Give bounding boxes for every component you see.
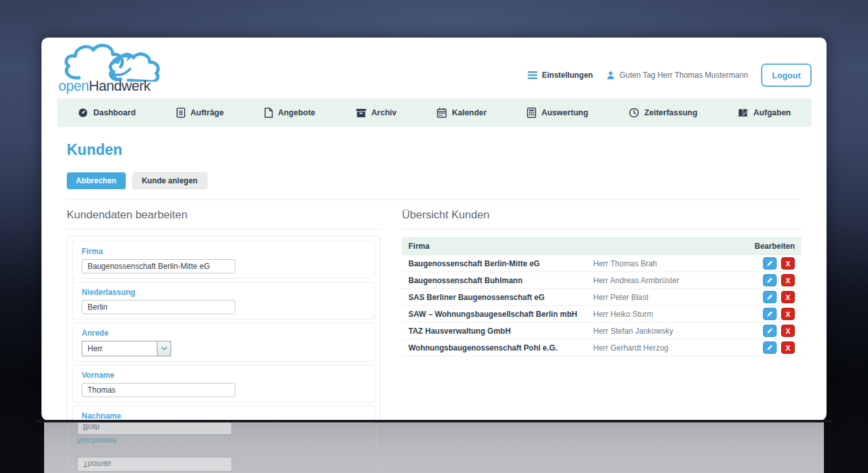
nav-item-kalender[interactable]: Kalender — [437, 108, 487, 118]
divider — [67, 200, 801, 200]
nachname-label: Nachname — [82, 411, 366, 421]
nav-label: Archiv — [371, 108, 397, 117]
reflection-vorname-input: Thomas — [77, 457, 232, 472]
settings-link[interactable]: Einstellungen — [528, 71, 593, 80]
edit-customer-button[interactable] — [763, 325, 777, 337]
hamburger-icon — [528, 71, 537, 79]
company-name: Wohnungsbaugenossenschaft Pohl e.G. — [408, 343, 593, 352]
edit-customer-button[interactable] — [763, 341, 777, 354]
reflection-content: Vorname Thomas Nachname Brah — [67, 422, 381, 473]
vorname-input[interactable] — [82, 383, 235, 397]
anrede-select[interactable]: Herr — [82, 341, 171, 356]
report-icon — [527, 108, 536, 118]
customer-table: Firma Bearbeiten Baugenossenschaft Berli… — [402, 237, 801, 356]
offers-icon — [264, 108, 273, 118]
field-firma: Firma — [72, 241, 375, 279]
firma-label: Firma — [82, 247, 366, 256]
pencil-icon — [766, 344, 773, 351]
nav-item-aufgaben[interactable]: Aufgaben — [738, 108, 791, 118]
action-buttons: Abbrechen Kunde anlegen — [67, 172, 801, 189]
company-name: SAW – Wohnungsbaugesellschaft Berlin mbH — [408, 310, 593, 319]
logo-text-open: open — [58, 78, 89, 94]
table-row: Wohnungsbaugenossenschaft Pohl e.G. Herr… — [402, 340, 801, 356]
table-row: TAZ Hausverwaltung GmbH Herr Stefan Jank… — [402, 323, 801, 340]
clock-icon — [629, 108, 639, 118]
delete-customer-button[interactable]: X — [781, 325, 795, 337]
customer-form: Firma Niederlassung Anrede Herr — [67, 236, 381, 421]
column-bearbeiten: Bearbeiten — [755, 242, 795, 251]
nav-item-zeiterfassung[interactable]: Zeiterfassung — [629, 108, 698, 118]
chevron-down-icon — [161, 347, 167, 351]
company-name: Baugenossenschaft Buhlmann — [408, 276, 593, 285]
field-nachname: Nachname — [72, 406, 375, 421]
page-content: Kunden Abbrechen Kunde anlegen Kundendat… — [67, 141, 801, 209]
contact-name: Herr Peter Blast — [593, 293, 763, 302]
nav-label: Auswertung — [541, 108, 588, 117]
nav-label: Zeiterfassung — [644, 108, 698, 117]
column-firma: Firma — [408, 242, 430, 251]
delete-customer-button[interactable]: X — [781, 341, 795, 354]
customer-form-section: Kundendaten bearbeiten Firma Niederlassu… — [67, 209, 381, 421]
vorname-label: Vorname — [82, 371, 366, 380]
nav-label: Aufgaben — [753, 108, 791, 117]
delete-customer-button[interactable]: X — [781, 257, 795, 270]
table-heading: Übersicht Kunden — [402, 209, 801, 229]
customer-overview-section: Übersicht Kunden Firma Bearbeiten Baugen… — [402, 209, 801, 356]
nav-label: Aufträge — [191, 108, 224, 117]
edit-customer-button[interactable] — [763, 274, 777, 286]
table-header-row: Firma Bearbeiten — [402, 237, 801, 255]
nav-item-auswertung[interactable]: Auswertung — [527, 108, 588, 118]
anrede-selected-value: Herr — [82, 341, 157, 356]
table-row: Baugenossenschaft Buhlmann Herr Andreas … — [402, 272, 801, 289]
archive-icon — [356, 108, 366, 118]
edit-customer-button[interactable] — [763, 257, 777, 270]
nav-label: Dashboard — [93, 108, 135, 117]
field-vorname: Vorname — [72, 365, 375, 402]
reflection: Vorname Thomas Nachname Brah — [44, 422, 824, 473]
logout-button[interactable]: Logout — [761, 63, 812, 87]
reflection-nachname-label: Nachname — [77, 436, 117, 445]
contact-name: Herr Heiko Sturm — [593, 310, 763, 319]
company-name: TAZ Hausverwaltung GmbH — [408, 327, 593, 336]
pencil-icon — [766, 327, 773, 334]
nav-item-dashboard[interactable]: Dashboard — [78, 108, 135, 118]
dashboard-icon — [78, 108, 88, 118]
user-icon — [606, 71, 615, 80]
form-heading: Kundendaten bearbeiten — [67, 209, 381, 229]
table-row: SAS Berliner Baugenossenschaft eG Herr P… — [402, 289, 801, 306]
contact-name: Herr Stefan Jankowsky — [593, 327, 763, 336]
delete-customer-button[interactable]: X — [781, 291, 795, 303]
edit-customer-button[interactable] — [763, 308, 777, 320]
delete-customer-button[interactable]: X — [781, 274, 795, 286]
nav-item-archiv[interactable]: Archiv — [356, 108, 397, 118]
niederlassung-input[interactable] — [82, 300, 235, 314]
table-row: SAW – Wohnungsbaugesellschaft Berlin mbH… — [402, 306, 801, 323]
field-niederlassung: Niederlassung — [72, 282, 375, 319]
openhandwerk-logo: openHandwerk — [56, 41, 185, 95]
reflection-nachname-input: Brah — [77, 422, 232, 435]
cancel-button[interactable]: Abbrechen — [67, 172, 126, 189]
create-customer-button[interactable]: Kunde anlegen — [132, 172, 207, 189]
anrede-label: Anrede — [82, 329, 366, 338]
delete-customer-button[interactable]: X — [781, 308, 795, 320]
pencil-icon — [766, 310, 773, 317]
nav-item-angebote[interactable]: Angebote — [264, 108, 316, 118]
edit-customer-button[interactable] — [763, 291, 777, 303]
company-name: Baugenossenschaft Berlin-Mitte eG — [408, 259, 593, 268]
contact-name: Herr Thomas Brah — [593, 259, 763, 268]
page-title: Kunden — [67, 141, 801, 159]
user-greeting: Guten Tag Herr Thomas Mustermann — [606, 71, 748, 80]
pencil-icon — [766, 294, 773, 301]
tasks-icon — [738, 108, 748, 118]
logo-cloud-icon — [56, 41, 176, 82]
app-window: openHandwerk Einstellungen Guten Tag Her… — [41, 38, 827, 421]
orders-icon — [176, 108, 185, 118]
nav-item-auftraege[interactable]: Aufträge — [176, 108, 224, 118]
topbar: Einstellungen Guten Tag Herr Thomas Must… — [528, 63, 812, 87]
company-name: SAS Berliner Baugenossenschaft eG — [408, 293, 593, 302]
main-nav: Dashboard Aufträge Angebote Archiv — [57, 98, 812, 127]
table-row: Baugenossenschaft Berlin-Mitte eG Herr T… — [402, 255, 801, 272]
firma-input[interactable] — [82, 259, 235, 273]
select-dropdown-button[interactable] — [157, 341, 170, 356]
greeting-text: Guten Tag Herr Thomas Mustermann — [620, 71, 748, 80]
